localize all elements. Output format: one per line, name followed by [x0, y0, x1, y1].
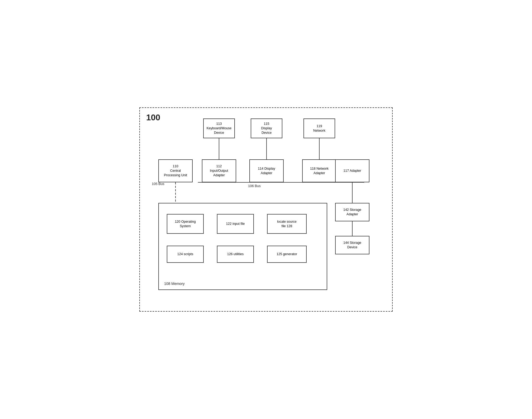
bus-105-label: 105 Bus [152, 182, 164, 186]
node-112: 112 Input/Output Adapter [202, 159, 236, 182]
node-122: 122 input file [217, 214, 254, 234]
node-117: 117 Adapter [335, 159, 369, 182]
diagram-area: 113 Keyboard/Mouse Device 115 Display De… [148, 116, 384, 301]
node-118: 118 Network Adapter [302, 159, 336, 182]
memory-box-108: 120 Operating System 122 input file loca… [158, 203, 327, 290]
bus-106-label: 106 Bus [248, 184, 261, 188]
node-115: 115 Display Device [251, 118, 282, 138]
node-142: 142 Storage Adapter [335, 203, 369, 221]
node-119: 119 Network [303, 118, 335, 138]
memory-label: 108 Memory [164, 282, 185, 286]
node-110: 110 Central Processing Unit [158, 159, 193, 182]
node-114: 114 Display Adapter [249, 159, 284, 182]
node-120: 120 Operating System [167, 214, 204, 234]
node-126: 126 utilities [217, 246, 254, 263]
node-144: 144 Storage Device [335, 236, 369, 254]
outer-diagram-container: 100 113 Keyboard/Mouse De [139, 107, 393, 312]
node-113: 113 Keyboard/Mouse Device [203, 118, 235, 138]
node-125: 125 generator [267, 246, 307, 263]
node-128: locale source file 128 [267, 214, 307, 234]
node-124: 124 scripts [167, 246, 204, 263]
